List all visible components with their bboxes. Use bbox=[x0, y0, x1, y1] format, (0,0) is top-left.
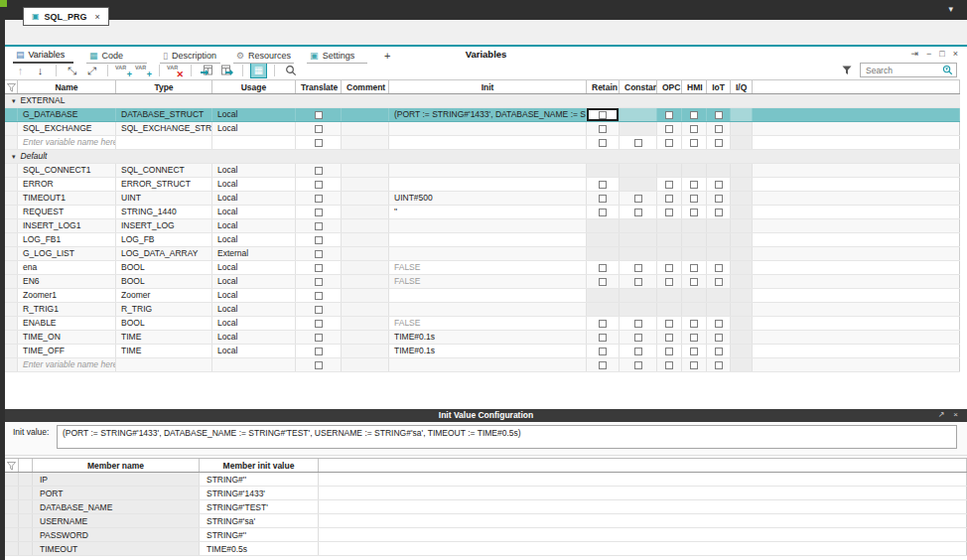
minimize-icon[interactable]: − bbox=[926, 49, 931, 59]
hmi-checkbox[interactable] bbox=[690, 334, 698, 342]
retain-cell[interactable] bbox=[587, 345, 620, 357]
variable-usage-cell[interactable]: Local bbox=[212, 122, 296, 135]
search-filter-icon[interactable] bbox=[942, 65, 953, 75]
retain-checkbox[interactable] bbox=[599, 209, 607, 216]
comment-cell[interactable] bbox=[342, 192, 389, 205]
move-down-button[interactable]: ↓ bbox=[32, 63, 49, 78]
comment-cell[interactable] bbox=[342, 206, 389, 218]
variable-type-cell[interactable]: ERROR_STRUCT bbox=[116, 178, 212, 191]
variable-name-cell[interactable]: TIMEOUT1 bbox=[18, 192, 116, 205]
constant-cell[interactable] bbox=[620, 358, 657, 371]
table-row[interactable]: R_TRIG1R_TRIGLocal bbox=[5, 303, 960, 317]
translate-cell[interactable] bbox=[296, 108, 342, 121]
init-value-cell[interactable]: FALSE bbox=[389, 317, 587, 330]
opc-checkbox[interactable] bbox=[665, 320, 673, 328]
tab-code[interactable]: ▦Code bbox=[86, 51, 147, 64]
opc-checkbox[interactable] bbox=[665, 139, 673, 147]
translate-cell[interactable] bbox=[296, 164, 342, 177]
member-row[interactable]: USERNAMESTRING#'sa' bbox=[5, 514, 967, 528]
column-header-com[interactable]: Comment bbox=[342, 80, 389, 93]
row-selector-cell[interactable] bbox=[5, 219, 18, 232]
variable-type-cell[interactable]: UINT bbox=[116, 192, 212, 205]
comment-cell[interactable] bbox=[342, 136, 389, 149]
iot-cell[interactable] bbox=[707, 275, 731, 288]
comment-cell[interactable] bbox=[342, 108, 389, 121]
row-selector-cell[interactable] bbox=[5, 233, 18, 246]
iot-checkbox[interactable] bbox=[715, 125, 723, 133]
member-name-cell[interactable]: PASSWORD bbox=[33, 528, 200, 541]
iot-cell[interactable] bbox=[707, 192, 731, 205]
iot-checkbox[interactable] bbox=[715, 278, 723, 286]
constant-checkbox[interactable] bbox=[634, 209, 642, 216]
iot-cell[interactable] bbox=[707, 206, 731, 218]
row-selector-cell[interactable] bbox=[5, 164, 18, 177]
table-row[interactable]: Zoomer1ZoomerLocal bbox=[5, 289, 960, 303]
iot-checkbox[interactable] bbox=[715, 209, 723, 216]
constant-cell[interactable] bbox=[620, 206, 657, 218]
column-header-init[interactable]: Init bbox=[389, 80, 587, 93]
variable-name-cell[interactable]: Zoomer1 bbox=[18, 289, 116, 302]
retain-checkbox[interactable] bbox=[599, 348, 607, 355]
table-row[interactable]: INSERT_LOG1INSERT_LOGLocal bbox=[5, 219, 960, 233]
row-selector-cell[interactable] bbox=[5, 275, 18, 288]
member-selector-cell[interactable] bbox=[5, 500, 19, 513]
table-row[interactable]: EN6BOOLLocalFALSE bbox=[5, 275, 960, 289]
new-variable-row[interactable]: Enter variable name here bbox=[5, 136, 960, 150]
column-header-usage[interactable]: Usage bbox=[212, 80, 296, 93]
init-value-cell[interactable]: (PORT := STRING#'1433', DATABASE_NAME :=… bbox=[389, 108, 587, 121]
delete-variable-button[interactable]: VAR✕ bbox=[167, 63, 184, 78]
retain-checkbox[interactable] bbox=[599, 361, 607, 369]
comment-cell[interactable] bbox=[342, 122, 389, 135]
translate-cell[interactable] bbox=[296, 247, 342, 260]
init-value-cell[interactable] bbox=[389, 164, 587, 177]
translate-cell[interactable] bbox=[296, 206, 342, 218]
opc-checkbox[interactable] bbox=[665, 278, 673, 286]
column-header-type[interactable]: Type bbox=[116, 80, 212, 93]
translate-checkbox[interactable] bbox=[315, 125, 323, 133]
hmi-checkbox[interactable] bbox=[690, 209, 698, 216]
init-value-cell[interactable] bbox=[389, 136, 587, 149]
translate-cell[interactable] bbox=[296, 136, 342, 149]
column-header-ret[interactable]: Retain bbox=[587, 80, 620, 93]
opc-cell[interactable] bbox=[657, 192, 682, 205]
opc-checkbox[interactable] bbox=[665, 361, 673, 369]
iot-checkbox[interactable] bbox=[715, 111, 723, 119]
retain-checkbox[interactable] bbox=[599, 264, 607, 272]
table-row[interactable]: ENABLEBOOLLocalFALSE bbox=[5, 317, 960, 331]
comment-cell[interactable] bbox=[342, 331, 389, 344]
hmi-checkbox[interactable] bbox=[690, 181, 698, 189]
retain-cell[interactable] bbox=[587, 206, 620, 218]
translate-cell[interactable] bbox=[296, 219, 342, 232]
tab-resources[interactable]: ⚙Resources bbox=[233, 51, 294, 64]
open-in-window-icon[interactable]: ↗ bbox=[938, 410, 945, 420]
constant-cell[interactable] bbox=[620, 192, 657, 205]
iot-checkbox[interactable] bbox=[715, 264, 723, 272]
hmi-checkbox[interactable] bbox=[690, 320, 698, 328]
member-init-value-cell[interactable]: STRING#'sa' bbox=[200, 514, 319, 527]
row-selector-cell[interactable] bbox=[5, 261, 18, 274]
member-selector-cell[interactable] bbox=[5, 487, 19, 499]
iot-checkbox[interactable] bbox=[715, 320, 723, 328]
column-header-name[interactable]: Name bbox=[18, 80, 116, 93]
translate-checkbox[interactable] bbox=[315, 306, 323, 314]
constant-cell[interactable] bbox=[620, 275, 657, 288]
member-row[interactable]: DATABASE_NAMESTRING#'TEST' bbox=[5, 500, 967, 514]
member-init-value-cell[interactable]: STRING#'' bbox=[200, 473, 319, 486]
constant-checkbox[interactable] bbox=[634, 320, 642, 328]
close-icon[interactable]: × bbox=[953, 410, 958, 420]
init-value-cell[interactable]: TIME#0.1s bbox=[389, 331, 587, 344]
hmi-cell[interactable] bbox=[682, 358, 707, 371]
table-row[interactable]: G_LOG_LISTLOG_DATA_ARRAYExternal bbox=[5, 247, 960, 261]
variable-name-cell[interactable]: R_TRIG1 bbox=[18, 303, 116, 316]
constant-checkbox[interactable] bbox=[634, 348, 642, 355]
translate-checkbox[interactable] bbox=[315, 236, 323, 244]
variable-usage-cell[interactable]: Local bbox=[212, 178, 296, 191]
member-selector-cell[interactable] bbox=[5, 542, 19, 555]
table-row[interactable]: TIME_ONTIMELocalTIME#0.1s bbox=[5, 331, 960, 345]
zoom-search-button[interactable] bbox=[282, 63, 299, 78]
import-variables-button[interactable] bbox=[199, 63, 215, 78]
translate-cell[interactable] bbox=[296, 345, 342, 357]
retain-cell[interactable] bbox=[587, 178, 620, 191]
opc-checkbox[interactable] bbox=[665, 348, 673, 355]
column-header-con[interactable]: Constant bbox=[620, 80, 657, 93]
